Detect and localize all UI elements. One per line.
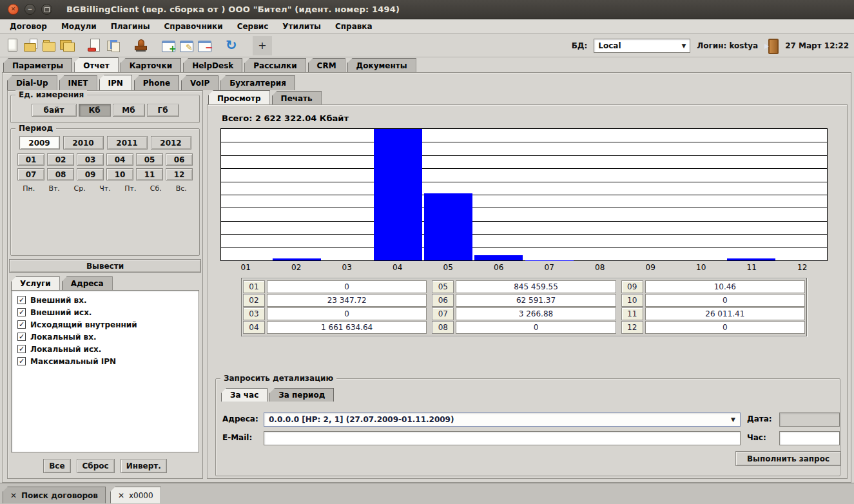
window-remove-icon[interactable] <box>196 37 213 55</box>
unit-button-2[interactable]: Кб <box>79 104 111 117</box>
main-tab-7[interactable]: Документы <box>347 58 416 73</box>
close-icon[interactable]: ✕ <box>118 491 124 500</box>
exit-door-icon[interactable] <box>764 37 779 54</box>
stamp-icon[interactable] <box>132 37 149 55</box>
module-tab-2[interactable]: INET <box>59 75 97 90</box>
filter-tab-1[interactable]: Услуги <box>11 276 60 290</box>
checkbox-checked-icon[interactable]: ✓ <box>17 308 26 316</box>
table-month-cell: 04 <box>243 321 265 334</box>
selection-button-3[interactable]: Инверт. <box>121 459 167 473</box>
module-tab-6[interactable]: Бухгалтерия <box>220 75 295 90</box>
checkbox-checked-icon[interactable]: ✓ <box>17 333 26 341</box>
db-select[interactable]: Local ▼ <box>594 39 690 53</box>
menu-item-7[interactable]: Справка <box>328 20 380 33</box>
new-document-icon[interactable] <box>5 37 21 55</box>
month-button-05[interactable]: 05 <box>136 153 163 166</box>
module-tab-1[interactable]: Dial-Up <box>7 75 57 90</box>
window-add-icon[interactable] <box>160 37 177 55</box>
detail-groupbox: Запросить детализацию За часЗа период Ад… <box>215 378 840 476</box>
window-maximize-button[interactable] <box>41 4 52 15</box>
email-label: E-Mail: <box>222 433 252 442</box>
month-button-10[interactable]: 10 <box>106 168 133 180</box>
close-icon[interactable]: ✕ <box>10 491 17 500</box>
bottom-tab-1[interactable]: ✕Поиск договоров <box>3 487 106 503</box>
window-close-button[interactable]: ✕ <box>8 4 19 15</box>
month-button-01[interactable]: 01 <box>17 153 44 166</box>
main-tab-2[interactable]: Отчет <box>74 57 119 73</box>
service-item-2[interactable]: ✓Внешний исх. <box>12 306 199 318</box>
menu-item-3[interactable]: Плагины <box>104 20 157 33</box>
menu-item-2[interactable]: Модули <box>54 20 104 33</box>
service-item-3[interactable]: ✓Исходящий внутренний <box>12 318 199 331</box>
period-title: Период <box>15 124 56 133</box>
month-button-07[interactable]: 07 <box>17 168 44 180</box>
year-buttons: 2009201020112012 <box>11 136 199 150</box>
menu-item-6[interactable]: Утилиты <box>275 20 328 33</box>
service-item-5[interactable]: ✓Локальный исх. <box>12 343 199 355</box>
folder-icon[interactable] <box>41 37 57 55</box>
main-tab-4[interactable]: HelpDesk <box>183 58 242 73</box>
chevron-down-icon: ▼ <box>681 43 686 49</box>
service-item-6[interactable]: ✓Максимальный IPN <box>12 355 199 367</box>
chart-bars <box>221 129 827 260</box>
main-tab-3[interactable]: Карточки <box>121 58 182 73</box>
unit-button-1[interactable]: байт <box>32 104 77 117</box>
execute-query-button[interactable]: Выполнить запрос <box>735 451 841 466</box>
main-tab-1[interactable]: Параметры <box>3 58 72 73</box>
module-tab-4[interactable]: Phone <box>134 75 179 90</box>
remove-document-icon[interactable] <box>86 37 103 55</box>
unit-button-4[interactable]: Гб <box>147 104 179 117</box>
main-tab-6[interactable]: CRM <box>308 58 345 73</box>
year-button-2012[interactable]: 2012 <box>151 136 191 150</box>
window-edit-icon[interactable] <box>178 37 195 55</box>
checkbox-checked-icon[interactable]: ✓ <box>17 320 26 329</box>
month-button-09[interactable]: 09 <box>77 168 104 180</box>
module-tab-3[interactable]: IPN <box>99 75 132 90</box>
add-tab-button[interactable]: + <box>253 36 272 55</box>
email-field[interactable] <box>264 431 741 445</box>
menu-item-1[interactable]: Договор <box>3 20 54 33</box>
year-button-2009[interactable]: 2009 <box>19 136 60 150</box>
checkbox-checked-icon[interactable]: ✓ <box>17 345 26 353</box>
year-button-2011[interactable]: 2011 <box>107 136 148 150</box>
year-button-2010[interactable]: 2010 <box>63 136 104 150</box>
main-tab-5[interactable]: Рассылки <box>244 58 306 73</box>
service-item-1[interactable]: ✓Внешний вх. <box>12 294 199 306</box>
render-button[interactable]: Вывести <box>9 259 201 273</box>
view-tab-2[interactable]: Печать <box>272 91 322 106</box>
view-tab-1[interactable]: Просмотр <box>208 90 270 106</box>
address-label: Адреса: <box>222 414 258 423</box>
selection-button-1[interactable]: Все <box>43 459 70 473</box>
folder-stack-icon[interactable] <box>59 37 75 55</box>
bottom-tab-2[interactable]: ✕x0000 <box>110 487 161 503</box>
chart-bar-slot <box>524 129 574 260</box>
chart-bar-slot <box>423 129 473 260</box>
month-button-12[interactable]: 12 <box>166 168 193 180</box>
address-select[interactable]: 0.0.0.0 [HP: 2, 1] (27.07.2009-01.11.200… <box>264 412 741 427</box>
hour-field[interactable] <box>779 431 840 445</box>
month-button-06[interactable]: 06 <box>166 153 193 166</box>
open-document-icon[interactable] <box>23 37 39 55</box>
menubar: ДоговорМодулиПлагиныСправочникиСервисУти… <box>0 19 854 34</box>
paste-document-icon[interactable] <box>104 37 121 55</box>
month-button-11[interactable]: 11 <box>136 168 163 180</box>
chart-bar <box>474 255 523 260</box>
filter-tab-2[interactable]: Адреса <box>62 276 113 290</box>
refresh-icon[interactable] <box>224 37 240 55</box>
detail-tab-1[interactable]: За час <box>221 388 267 402</box>
selection-button-2[interactable]: Сброс <box>77 459 115 473</box>
month-button-08[interactable]: 08 <box>47 168 74 180</box>
month-button-03[interactable]: 03 <box>77 153 104 166</box>
month-button-02[interactable]: 02 <box>47 153 74 166</box>
detail-tab-2[interactable]: За период <box>269 388 334 402</box>
month-button-04[interactable]: 04 <box>106 153 133 166</box>
unit-button-3[interactable]: Мб <box>113 104 145 117</box>
window-minimize-button[interactable]: − <box>24 4 35 15</box>
menu-item-4[interactable]: Справочники <box>157 20 230 33</box>
module-tab-5[interactable]: VoIP <box>181 75 218 90</box>
chart-x-label: 01 <box>220 263 271 272</box>
checkbox-checked-icon[interactable]: ✓ <box>17 357 26 365</box>
menu-item-5[interactable]: Сервис <box>230 20 276 33</box>
service-item-4[interactable]: ✓Локальный вх. <box>12 331 199 343</box>
checkbox-checked-icon[interactable]: ✓ <box>17 296 26 304</box>
